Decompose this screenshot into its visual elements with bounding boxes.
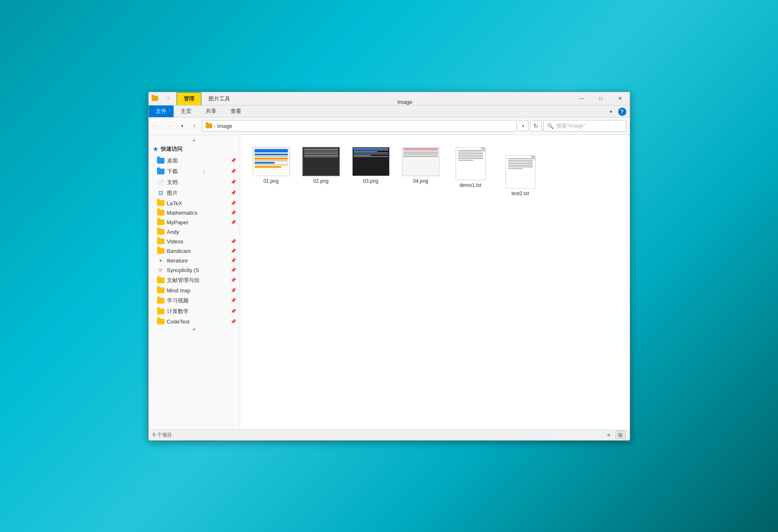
close-button[interactable]: ✕ — [611, 92, 630, 105]
file-thumbnail-03 — [352, 147, 390, 176]
file-item-01png[interactable]: 01.png — [248, 143, 294, 200]
ribbon-tab-list: 文件 主页 共享 查看 ▾ ? — [149, 105, 630, 117]
folder-icon — [157, 248, 164, 254]
pin-icon: 📌 — [231, 158, 236, 163]
sidebar-item-desktop[interactable]: 桌面 📌 — [149, 155, 240, 166]
sidebar-item-codetest[interactable]: CodeTest 📌 — [149, 317, 240, 326]
sidebar-scroll-down[interactable]: ▼ — [192, 327, 196, 332]
main-content: ▲ ★ 快速访问 桌面 📌 下载 ↓ 📌 📄 文档 — [149, 135, 630, 429]
folder-icon — [157, 158, 164, 164]
sidebar-item-studyvideos[interactable]: 学习视频 📌 — [149, 295, 240, 306]
forward-button[interactable]: → — [164, 120, 175, 131]
ribbon: 文件 主页 共享 查看 ▾ ? — [149, 105, 630, 118]
window-title: Image — [237, 99, 572, 105]
sidebar-item-mathematics[interactable]: Mathematics 📌 — [149, 208, 240, 218]
path-folder-icon — [206, 123, 212, 128]
txt-icon-text2 — [506, 155, 535, 189]
icon-view-button[interactable]: ⊞ — [616, 431, 626, 439]
file-thumbnail-01 — [253, 147, 290, 176]
sidebar-item-bandicam[interactable]: Bandicam 📌 — [149, 246, 240, 256]
sidebar-item-compmath[interactable]: 计算数学 📌 — [149, 306, 240, 317]
file-explorer-window: ▼ 管理 图片工具 Image — □ ✕ 文件 主页 — [148, 92, 630, 441]
sidebar-item-downloads[interactable]: 下载 ↓ 📌 — [149, 166, 240, 177]
sidebar-scroll-up[interactable]: ▲ — [192, 137, 196, 142]
file-name-01png: 01.png — [263, 178, 279, 184]
tab-view[interactable]: 查看 — [223, 105, 248, 117]
pin-icon: 📌 — [231, 309, 236, 314]
file-name-02png: 02.png — [313, 178, 329, 184]
file-name-demo1txt: demo1.txt — [459, 182, 481, 188]
sidebar-quick-access-header[interactable]: ★ 快速访问 — [149, 143, 240, 155]
tab-file[interactable]: 文件 — [149, 105, 174, 117]
folder-icon — [157, 298, 164, 304]
refresh-button[interactable]: ↻ — [530, 120, 542, 132]
status-bar-right: ≡ ⊞ — [604, 431, 626, 439]
ribbon-expand-btn[interactable]: ▾ — [606, 106, 616, 117]
sidebar-item-andy[interactable]: Andy — [149, 227, 240, 237]
folder-icon — [157, 229, 164, 235]
title-bar: ▼ 管理 图片工具 Image — □ ✕ — [149, 92, 630, 105]
file-item-text2txt[interactable]: text2.txt — [498, 152, 543, 200]
pin-icon: 📌 — [231, 298, 236, 303]
title-bar-left: ▼ — [149, 92, 175, 105]
sidebar-item-pictures[interactable]: 🖼 图片 📌 — [149, 188, 240, 199]
help-btn[interactable]: ? — [618, 108, 626, 116]
tab-home[interactable]: 主页 — [174, 105, 199, 117]
sidebar-item-mindmap[interactable]: Mind map 📌 — [149, 286, 240, 295]
up-button[interactable]: ↑ — [189, 120, 200, 131]
folder-icon — [157, 210, 164, 216]
folder-icon — [157, 169, 164, 174]
pin-icon: 📌 — [231, 258, 236, 263]
folder-icon-title — [151, 95, 159, 102]
sidebar-item-literature[interactable]: ● literature 📌 — [149, 256, 240, 265]
minimize-button[interactable]: — — [572, 92, 591, 105]
tab-share[interactable]: 共享 — [199, 105, 223, 117]
item-count: 6 个项目 — [153, 431, 172, 439]
sync-icon: ⟳ — [157, 267, 164, 273]
sidebar-item-references[interactable]: 文献管理与信 📌 — [149, 275, 240, 286]
sidebar: ▲ ★ 快速访问 桌面 📌 下载 ↓ 📌 📄 文档 — [149, 135, 240, 429]
list-view-button[interactable]: ≡ — [604, 431, 614, 439]
pin-icon: 📌 — [231, 179, 236, 185]
file-item-02png[interactable]: 02.png — [298, 143, 344, 200]
tab-manage[interactable]: 管理 — [177, 92, 201, 105]
pin-icon: 📌 — [231, 277, 236, 283]
quick-access-toolbar[interactable]: ▼ — [164, 93, 173, 104]
search-box[interactable]: 🔍 搜索"Image" — [543, 120, 626, 132]
search-placeholder-text: 搜索"Image" — [556, 122, 586, 130]
pin-icon: 📌 — [231, 201, 236, 206]
file-item-03png[interactable]: 03.png — [348, 143, 394, 200]
path-current: Image — [217, 123, 232, 129]
pin-icon: 📌 — [231, 190, 236, 196]
img-icon: 🖼 — [157, 190, 164, 196]
sidebar-item-documents[interactable]: 📄 文档 📌 — [149, 177, 240, 188]
status-bar: 6 个项目 ≡ ⊞ — [149, 429, 630, 440]
folder-icon — [157, 319, 164, 324]
pin-icon: 📌 — [231, 220, 236, 225]
sidebar-item-latex[interactable]: LaTeX 📌 — [149, 199, 240, 208]
address-dropdown-btn[interactable]: ▾ — [518, 120, 528, 131]
folder-icon — [157, 277, 164, 283]
folder-icon — [157, 238, 164, 244]
window-controls: — □ ✕ — [572, 92, 630, 105]
file-name-04png: 04.png — [413, 178, 428, 184]
address-path-box[interactable]: › Image — [202, 120, 517, 132]
file-item-demo1txt[interactable]: demo1.txt — [448, 143, 493, 200]
green-icon: ● — [157, 257, 164, 263]
file-name-03png: 03.png — [363, 178, 378, 184]
file-thumbnail-02 — [302, 147, 340, 176]
path-separator: › — [214, 123, 216, 129]
file-name-text2txt: text2.txt — [511, 191, 529, 196]
pin-icon: 📌 — [231, 319, 236, 324]
tab-image-tools[interactable]: 图片工具 — [201, 92, 237, 105]
file-item-04png[interactable]: 04.png — [398, 143, 444, 200]
txt-icon-demo1 — [456, 147, 486, 180]
doc-icon: 📄 — [157, 179, 164, 185]
dropdown-history-btn[interactable]: ▾ — [177, 120, 188, 131]
folder-icon — [157, 309, 164, 314]
back-button[interactable]: ← — [152, 120, 163, 131]
sidebar-item-mypaper[interactable]: MyPaper 📌 — [149, 218, 240, 227]
sidebar-item-syncplicity[interactable]: ⟳ Syncplicity (S 📌 — [149, 265, 240, 275]
sidebar-item-videos[interactable]: Videos 📌 — [149, 237, 240, 246]
maximize-button[interactable]: □ — [591, 92, 611, 105]
